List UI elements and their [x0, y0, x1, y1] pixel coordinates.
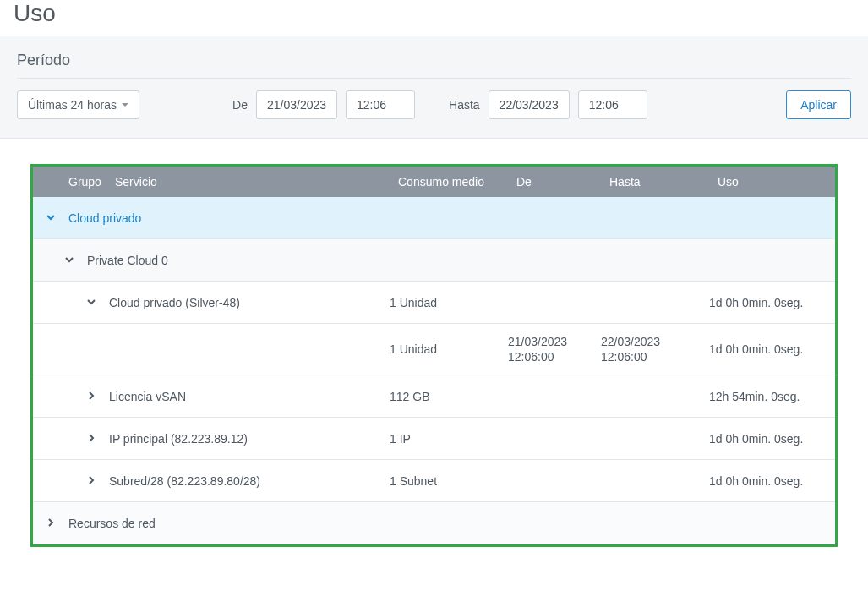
table-row[interactable]: Subred/28 (82.223.89.80/28) 1 Subnet 1d …	[33, 460, 835, 502]
chevron-down-icon	[64, 254, 74, 267]
th-servicio: Servicio	[115, 175, 398, 189]
chevron-right-icon	[86, 390, 96, 403]
service-label: Subred/28 (82.223.89.80/28)	[109, 474, 390, 488]
cell-uso: 1d 0h 0min. 0seg.	[709, 474, 835, 488]
chevron-down-icon	[46, 211, 56, 225]
service-label: IP principal (82.223.89.12)	[109, 432, 390, 446]
period-controls: Últimas 24 horas De 21/03/2023 12:06 Has…	[17, 90, 851, 119]
expand-toggle[interactable]	[74, 432, 109, 446]
table-row[interactable]: IP principal (82.223.89.12) 1 IP 1d 0h 0…	[33, 418, 835, 460]
apply-button[interactable]: Aplicar	[786, 90, 851, 119]
th-de: De	[516, 175, 609, 189]
from-date-input[interactable]: 21/03/2023	[256, 90, 337, 119]
cell-uso: 1d 0h 0min. 0seg.	[709, 342, 835, 356]
cell-de: 21/03/2023 12:06:00	[508, 334, 601, 364]
table-header-row: Grupo Servicio Consumo medio De Hasta Us…	[33, 167, 835, 197]
cell-uso: 1d 0h 0min. 0seg.	[709, 432, 835, 446]
chevron-right-icon	[86, 474, 96, 488]
table-row[interactable]: Cloud privado (Silver-48) 1 Unidad 1d 0h…	[33, 282, 835, 324]
cell-consumo: 1 Unidad	[390, 342, 508, 356]
expand-toggle[interactable]	[52, 254, 87, 267]
cell-consumo: 112 GB	[390, 390, 508, 403]
service-label: Cloud privado (Silver-48)	[109, 296, 390, 309]
expand-toggle[interactable]	[33, 517, 68, 530]
expand-toggle[interactable]	[74, 390, 109, 403]
usage-table: Grupo Servicio Consumo medio De Hasta Us…	[30, 164, 838, 547]
th-uso: Uso	[718, 175, 835, 189]
th-grupo: Grupo	[68, 175, 115, 189]
group-label: Recursos de red	[68, 517, 390, 530]
table-row[interactable]: Cloud privado	[33, 197, 835, 239]
service-label: Licencia vSAN	[109, 390, 390, 403]
period-range-label: Últimas 24 horas	[28, 98, 117, 112]
th-hasta: Hasta	[609, 175, 718, 189]
expand-toggle[interactable]	[74, 296, 109, 309]
table-row: 1 Unidad 21/03/2023 12:06:00 22/03/2023 …	[33, 324, 835, 375]
cell-uso: 1d 0h 0min. 0seg.	[709, 296, 835, 309]
th-consumo: Consumo medio	[398, 175, 516, 189]
to-date-input[interactable]: 22/03/2023	[489, 90, 570, 119]
cell-uso: 12h 54min. 0seg.	[709, 390, 835, 403]
chevron-down-icon	[86, 296, 96, 309]
table-row[interactable]: Recursos de red	[33, 502, 835, 544]
expand-toggle[interactable]	[74, 474, 109, 488]
period-title: Período	[17, 52, 851, 79]
cell-consumo: 1 Subnet	[390, 474, 508, 488]
expand-toggle[interactable]	[33, 211, 68, 225]
cell-hasta: 22/03/2023 12:06:00	[601, 334, 709, 364]
table-row[interactable]: Private Cloud 0	[33, 239, 835, 282]
caret-down-icon	[122, 103, 128, 107]
cell-consumo: 1 IP	[390, 432, 508, 446]
page-title: Uso	[0, 0, 868, 36]
period-panel: Período Últimas 24 horas De 21/03/2023 1…	[0, 36, 868, 139]
to-time-input[interactable]: 12:06	[578, 90, 647, 119]
group-label: Cloud privado	[68, 211, 390, 225]
chevron-right-icon	[86, 432, 96, 446]
from-label: De	[232, 98, 248, 112]
cell-consumo: 1 Unidad	[390, 296, 508, 309]
from-time-input[interactable]: 12:06	[346, 90, 415, 119]
to-label: Hasta	[449, 98, 480, 112]
chevron-right-icon	[46, 517, 56, 530]
period-range-dropdown[interactable]: Últimas 24 horas	[17, 90, 139, 119]
service-label: Private Cloud 0	[87, 254, 390, 267]
table-row[interactable]: Licencia vSAN 112 GB 12h 54min. 0seg.	[33, 375, 835, 418]
